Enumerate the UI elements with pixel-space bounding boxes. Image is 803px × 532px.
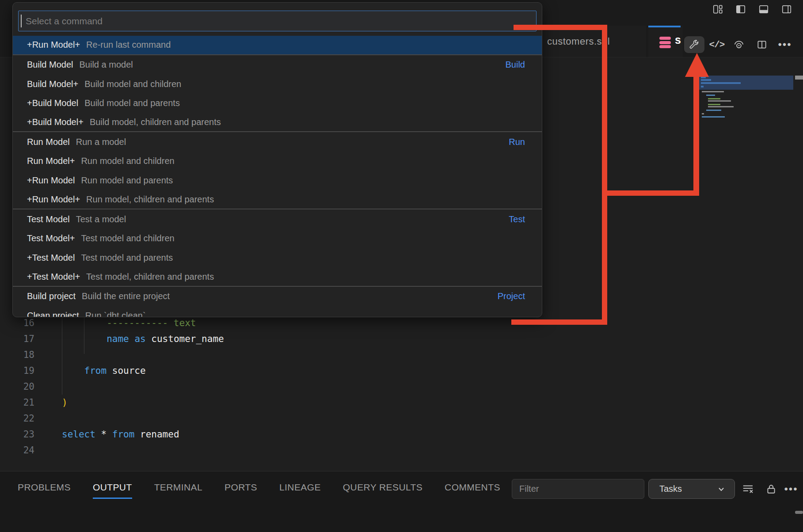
code-line[interactable]: 18 [0, 347, 398, 363]
split-editor-icon[interactable] [753, 36, 771, 53]
palette-item[interactable]: +Run Model+Re-run last command [13, 36, 542, 55]
panel-tab-terminal[interactable]: TERMINAL [154, 482, 202, 499]
code-text [34, 379, 62, 395]
code-line[interactable]: 20 [0, 379, 398, 395]
code-text [34, 442, 62, 458]
code-lines[interactable]: 16 ----------- text17 name as customer_n… [0, 315, 398, 458]
palette-item[interactable]: +Run ModelRun model and parents [13, 171, 542, 190]
code-view-icon[interactable]: </> [708, 36, 726, 53]
panel-scrollbar[interactable] [795, 511, 803, 514]
clear-output-icon[interactable] [740, 481, 756, 497]
layout-controls [712, 4, 792, 15]
palette-item-description: Run model, children and parents [86, 194, 214, 205]
indent-guide [84, 315, 84, 354]
palette-item[interactable]: +Run Model+Run model, children and paren… [13, 190, 542, 210]
minimap-line [702, 91, 724, 92]
code-line[interactable]: 23select * from renamed [0, 426, 398, 442]
line-number[interactable]: 20 [0, 379, 34, 395]
panel-tab-comments[interactable]: COMMENTS [445, 482, 500, 499]
panel-tab-problems[interactable]: PROBLEMS [18, 482, 71, 499]
lock-icon[interactable] [763, 481, 779, 497]
minimap-line [706, 110, 721, 111]
customize-layout-icon[interactable] [712, 4, 723, 15]
palette-item-label: +Build Model [27, 98, 78, 108]
palette-item[interactable]: Build Model+Build model and children [13, 74, 542, 94]
palette-item[interactable]: Build ModelBuild a modelBuild [13, 55, 542, 75]
palette-item-label: +Run Model [27, 175, 75, 186]
palette-item-label: Test Model [27, 214, 70, 224]
category-badge: Run [509, 137, 525, 147]
palette-item[interactable]: Test ModelTest a modelTest [13, 209, 542, 229]
minimap-selected-line [701, 86, 704, 87]
line-number[interactable]: 17 [0, 331, 34, 347]
wrench-icon [689, 39, 700, 50]
palette-item-description: Run model and children [81, 156, 174, 166]
palette-item[interactable]: +Test ModelTest model and parents [13, 248, 542, 268]
palette-item-description: Build model and children [84, 79, 181, 89]
palette-item-label: Test Model+ [27, 233, 75, 243]
minimap[interactable] [699, 76, 793, 90]
toggle-primary-sidebar-icon[interactable] [735, 4, 746, 15]
category-badge: Project [498, 291, 525, 301]
tab-customers-sql[interactable]: customers.sql [542, 26, 646, 57]
palette-item[interactable]: Build projectBuild the entire projectPro… [13, 287, 542, 306]
code-line[interactable]: 22 [0, 410, 398, 426]
palette-item[interactable]: Run ModelRun a modelRun [13, 132, 542, 152]
tab-active-model[interactable]: s [648, 26, 683, 57]
toggle-panel-icon[interactable] [758, 4, 769, 15]
palette-item[interactable]: Run Model+Run model and children [13, 152, 542, 171]
panel-tab-query-results[interactable]: QUERY RESULTS [343, 482, 422, 499]
wrench-build-actions-button[interactable] [684, 36, 704, 53]
editor-scrollbar[interactable] [795, 76, 803, 80]
category-badge: Test [509, 214, 525, 224]
line-number[interactable]: 18 [0, 347, 34, 363]
palette-item-label: Run Model [27, 137, 70, 147]
command-input[interactable] [18, 11, 537, 31]
code-text: name as customer_name [34, 331, 224, 347]
panel-tab-output[interactable]: OUTPUT [93, 482, 132, 499]
palette-item-description: Test model and parents [81, 253, 173, 263]
palette-item[interactable]: +Test Model+Test model, children and par… [13, 267, 542, 287]
code-line[interactable]: 24 [0, 442, 398, 458]
command-palette: +Run Model+Re-run last commandBuild Mode… [12, 2, 542, 317]
annotation-arrow-shaft [693, 74, 699, 196]
code-text: from source [34, 363, 146, 379]
bottom-panel: PROBLEMSOUTPUTTERMINALPORTSLINEAGEQUERY … [0, 471, 803, 532]
palette-item-description: Test model, children and parents [86, 272, 214, 282]
more-actions-icon[interactable]: ••• [776, 36, 794, 53]
minimap-line [702, 113, 704, 114]
palette-item-label: +Test Model+ [27, 272, 80, 282]
toggle-secondary-sidebar-icon[interactable] [781, 4, 792, 15]
minimap-line [708, 104, 720, 105]
preview-eye-icon[interactable] [730, 36, 748, 53]
palette-item[interactable]: +Build Model+Build model, children and p… [13, 113, 542, 133]
palette-item[interactable]: Clean projectRun `dbt clean` [13, 306, 542, 317]
code-line[interactable]: 19 from source [0, 363, 398, 379]
line-number[interactable]: 16 [0, 315, 34, 331]
palette-item[interactable]: Test Model+Test model and children [13, 229, 542, 248]
palette-item-label: Build Model [27, 60, 73, 70]
minimap-line [706, 95, 715, 96]
palette-item[interactable]: +Build ModelBuild model and parents [13, 94, 542, 113]
line-number[interactable]: 21 [0, 395, 34, 410]
filter-input[interactable] [512, 479, 644, 499]
code-line[interactable]: 17 name as customer_name [0, 331, 398, 347]
palette-item-label: +Test Model [27, 253, 75, 263]
palette-item-description: Run `dbt clean` [85, 311, 146, 317]
palette-item-label: Build Model+ [27, 79, 78, 89]
minimap-selected-line [701, 79, 711, 81]
panel-tab-lineage[interactable]: LINEAGE [279, 482, 321, 499]
panel-more-actions-icon[interactable]: ••• [783, 481, 799, 497]
line-number[interactable]: 24 [0, 442, 34, 458]
code-line[interactable]: 21) [0, 395, 398, 410]
code-line[interactable]: 16 ----------- text [0, 315, 398, 331]
line-number[interactable]: 22 [0, 410, 34, 426]
annotation-line-vertical [602, 25, 607, 325]
panel-tabs: PROBLEMSOUTPUTTERMINALPORTSLINEAGEQUERY … [18, 482, 500, 499]
line-number[interactable]: 23 [0, 426, 34, 442]
panel-tab-ports[interactable]: PORTS [225, 482, 257, 499]
annotation-line-top [514, 25, 607, 30]
line-number[interactable]: 19 [0, 363, 34, 379]
tasks-dropdown[interactable]: Tasks [648, 479, 735, 499]
palette-item-description: Run a model [76, 137, 126, 147]
